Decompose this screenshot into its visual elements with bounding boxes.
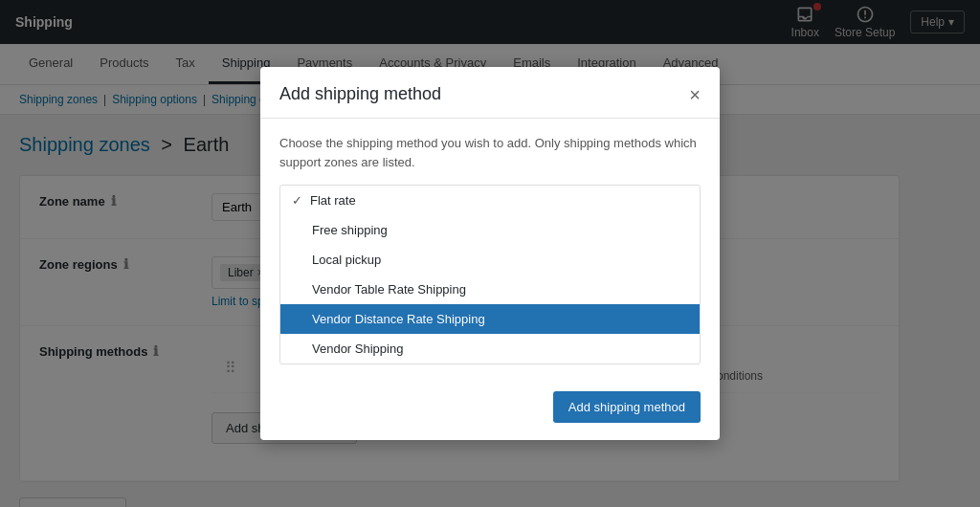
option-vendor-distance-rate[interactable]: Vendor Distance Rate Shipping bbox=[280, 304, 700, 334]
modal-add-shipping-button[interactable]: Add shipping method bbox=[553, 391, 701, 423]
modal-description: Choose the shipping method you wish to a… bbox=[279, 134, 701, 171]
option-vendor-distance-rate-label: Vendor Distance Rate Shipping bbox=[312, 312, 485, 326]
option-local-pickup-label: Local pickup bbox=[312, 253, 381, 267]
option-vendor-table-rate-label: Vendor Table Rate Shipping bbox=[312, 282, 466, 297]
option-free-shipping[interactable]: Free shipping bbox=[280, 215, 700, 245]
shipping-method-dropdown[interactable]: Flat rate Free shipping Local pickup Ven… bbox=[279, 185, 701, 364]
option-vendor-shipping-label: Vendor Shipping bbox=[312, 342, 403, 356]
modal-title: Add shipping method bbox=[279, 84, 441, 104]
option-flat-rate-label: Flat rate bbox=[310, 193, 356, 208]
option-free-shipping-label: Free shipping bbox=[312, 223, 388, 237]
add-shipping-modal: Add shipping method × Choose the shippin… bbox=[260, 67, 720, 440]
option-vendor-table-rate[interactable]: Vendor Table Rate Shipping bbox=[280, 275, 700, 304]
option-flat-rate[interactable]: Flat rate bbox=[280, 186, 700, 215]
modal-footer: Add shipping method bbox=[260, 380, 720, 440]
option-vendor-shipping[interactable]: Vendor Shipping bbox=[280, 334, 700, 364]
modal-body: Choose the shipping method you wish to a… bbox=[260, 119, 720, 380]
modal-close-button[interactable]: × bbox=[689, 85, 701, 104]
option-local-pickup[interactable]: Local pickup bbox=[280, 245, 700, 275]
modal-overlay[interactable]: Add shipping method × Choose the shippin… bbox=[0, 0, 980, 507]
modal-header: Add shipping method × bbox=[260, 67, 720, 119]
